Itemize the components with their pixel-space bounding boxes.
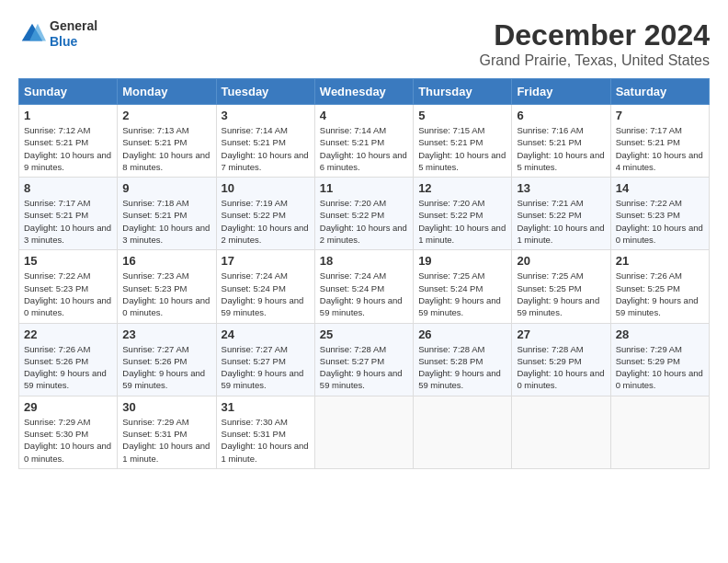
sunset-text: Sunset: 5:21 PM	[122, 137, 187, 147]
day-info: Sunrise: 7:16 AM Sunset: 5:21 PM Dayligh…	[517, 124, 605, 173]
calendar-cell: 25 Sunrise: 7:28 AM Sunset: 5:27 PM Dayl…	[314, 323, 413, 396]
day-number: 10	[222, 181, 310, 195]
day-number: 5	[418, 109, 506, 122]
sunrise-text: Sunrise: 7:28 AM	[418, 344, 484, 354]
sunset-text: Sunset: 5:24 PM	[418, 283, 483, 293]
daylight-text: Daylight: 10 hours and 0 minutes.	[616, 368, 703, 390]
daylight-text: Daylight: 10 hours and 1 minute.	[517, 223, 604, 245]
day-number: 11	[320, 181, 408, 195]
day-info: Sunrise: 7:27 AM Sunset: 5:27 PM Dayligh…	[222, 343, 310, 392]
daylight-text: Daylight: 9 hours and 59 minutes.	[517, 295, 599, 317]
day-number: 27	[517, 327, 605, 341]
day-number: 18	[320, 254, 408, 268]
daylight-text: Daylight: 10 hours and 2 minutes.	[320, 223, 407, 245]
sunrise-text: Sunrise: 7:12 AM	[24, 125, 90, 135]
calendar-cell: 3 Sunrise: 7:14 AM Sunset: 5:21 PM Dayli…	[216, 105, 314, 178]
calendar-cell: 27 Sunrise: 7:28 AM Sunset: 5:29 PM Dayl…	[512, 323, 610, 396]
daylight-text: Daylight: 10 hours and 6 minutes.	[320, 150, 407, 172]
sunrise-text: Sunrise: 7:24 AM	[222, 270, 288, 281]
sunrise-text: Sunrise: 7:22 AM	[616, 198, 682, 208]
daylight-text: Daylight: 10 hours and 4 minutes.	[616, 150, 703, 172]
day-info: Sunrise: 7:24 AM Sunset: 5:24 PM Dayligh…	[320, 270, 408, 318]
sunrise-text: Sunrise: 7:16 AM	[517, 125, 583, 135]
calendar-cell: 9 Sunrise: 7:18 AM Sunset: 5:21 PM Dayli…	[118, 178, 216, 250]
sunrise-text: Sunrise: 7:22 AM	[24, 270, 90, 281]
weekday-header: Wednesday	[314, 79, 413, 105]
day-info: Sunrise: 7:25 AM Sunset: 5:24 PM Dayligh…	[418, 270, 506, 318]
sunset-text: Sunset: 5:23 PM	[24, 283, 88, 293]
sunset-text: Sunset: 5:30 PM	[24, 429, 88, 439]
sunset-text: Sunset: 5:21 PM	[320, 137, 384, 147]
calendar-cell: 4 Sunrise: 7:14 AM Sunset: 5:21 PM Dayli…	[314, 105, 413, 178]
weekday-header: Monday	[118, 79, 216, 105]
day-number: 20	[517, 254, 605, 268]
sunset-text: Sunset: 5:31 PM	[222, 429, 286, 439]
day-info: Sunrise: 7:14 AM Sunset: 5:21 PM Dayligh…	[222, 124, 310, 173]
calendar-cell: 5 Sunrise: 7:15 AM Sunset: 5:21 PM Dayli…	[414, 105, 512, 178]
logo-blue: Blue	[50, 34, 97, 50]
sunrise-text: Sunrise: 7:17 AM	[24, 198, 90, 208]
daylight-text: Daylight: 9 hours and 59 minutes.	[122, 368, 205, 390]
day-number: 19	[418, 254, 506, 268]
calendar-cell: 18 Sunrise: 7:24 AM Sunset: 5:24 PM Dayl…	[314, 250, 413, 323]
sunset-text: Sunset: 5:29 PM	[517, 356, 581, 366]
day-number: 22	[24, 327, 112, 341]
sunset-text: Sunset: 5:21 PM	[616, 137, 680, 147]
calendar-week-row: 22 Sunrise: 7:26 AM Sunset: 5:26 PM Dayl…	[19, 323, 710, 396]
day-number: 4	[320, 109, 408, 122]
day-number: 16	[122, 254, 210, 268]
sunrise-text: Sunrise: 7:27 AM	[222, 344, 288, 354]
calendar-cell: 31 Sunrise: 7:30 AM Sunset: 5:31 PM Dayl…	[216, 396, 314, 468]
day-info: Sunrise: 7:28 AM Sunset: 5:28 PM Dayligh…	[418, 343, 506, 392]
daylight-text: Daylight: 10 hours and 0 minutes.	[24, 295, 111, 317]
sunrise-text: Sunrise: 7:15 AM	[418, 125, 484, 135]
sunset-text: Sunset: 5:24 PM	[320, 283, 384, 293]
day-info: Sunrise: 7:17 AM Sunset: 5:21 PM Dayligh…	[616, 124, 704, 173]
calendar-cell: 13 Sunrise: 7:21 AM Sunset: 5:22 PM Dayl…	[512, 178, 610, 250]
daylight-text: Daylight: 10 hours and 5 minutes.	[517, 150, 604, 172]
weekday-header: Saturday	[610, 79, 709, 105]
day-info: Sunrise: 7:29 AM Sunset: 5:30 PM Dayligh…	[24, 416, 112, 465]
sunrise-text: Sunrise: 7:28 AM	[517, 344, 583, 354]
day-info: Sunrise: 7:15 AM Sunset: 5:21 PM Dayligh…	[418, 124, 506, 173]
day-number: 29	[24, 400, 112, 414]
calendar-cell: 21 Sunrise: 7:26 AM Sunset: 5:25 PM Dayl…	[610, 250, 709, 323]
day-number: 31	[222, 400, 310, 414]
sunrise-text: Sunrise: 7:29 AM	[24, 417, 90, 427]
sunrise-text: Sunrise: 7:29 AM	[122, 417, 188, 427]
daylight-text: Daylight: 10 hours and 7 minutes.	[222, 150, 309, 172]
daylight-text: Daylight: 9 hours and 59 minutes.	[418, 295, 501, 317]
sunset-text: Sunset: 5:23 PM	[122, 283, 187, 293]
day-info: Sunrise: 7:21 AM Sunset: 5:22 PM Dayligh…	[517, 197, 605, 246]
day-info: Sunrise: 7:23 AM Sunset: 5:23 PM Dayligh…	[122, 270, 210, 318]
sunrise-text: Sunrise: 7:28 AM	[320, 344, 386, 354]
weekday-header: Friday	[512, 79, 610, 105]
day-number: 17	[222, 254, 310, 268]
sunset-text: Sunset: 5:24 PM	[222, 283, 286, 293]
sunrise-text: Sunrise: 7:17 AM	[616, 125, 682, 135]
daylight-text: Daylight: 10 hours and 8 minutes.	[122, 150, 210, 172]
calendar-cell	[414, 396, 512, 468]
day-number: 14	[616, 181, 704, 195]
day-info: Sunrise: 7:18 AM Sunset: 5:21 PM Dayligh…	[122, 197, 210, 246]
sunrise-text: Sunrise: 7:24 AM	[320, 270, 386, 281]
sunrise-text: Sunrise: 7:13 AM	[122, 125, 188, 135]
calendar-cell: 22 Sunrise: 7:26 AM Sunset: 5:26 PM Dayl…	[19, 323, 118, 396]
daylight-text: Daylight: 9 hours and 59 minutes.	[320, 368, 403, 390]
calendar-cell: 11 Sunrise: 7:20 AM Sunset: 5:22 PM Dayl…	[314, 178, 413, 250]
day-info: Sunrise: 7:28 AM Sunset: 5:29 PM Dayligh…	[517, 343, 605, 392]
calendar-week-row: 8 Sunrise: 7:17 AM Sunset: 5:21 PM Dayli…	[19, 178, 710, 250]
weekday-header: Sunday	[19, 79, 118, 105]
sunset-text: Sunset: 5:25 PM	[517, 283, 581, 293]
day-number: 9	[122, 181, 210, 195]
day-number: 12	[418, 181, 506, 195]
daylight-text: Daylight: 9 hours and 59 minutes.	[222, 295, 304, 317]
day-info: Sunrise: 7:26 AM Sunset: 5:25 PM Dayligh…	[616, 270, 704, 318]
day-number: 6	[517, 109, 605, 122]
title-area: December 2024 Grand Prairie, Texas, Unit…	[480, 18, 711, 69]
day-number: 8	[24, 181, 112, 195]
daylight-text: Daylight: 10 hours and 0 minutes.	[24, 441, 111, 463]
sunset-text: Sunset: 5:26 PM	[24, 356, 88, 366]
day-number: 26	[418, 327, 506, 341]
day-info: Sunrise: 7:29 AM Sunset: 5:29 PM Dayligh…	[616, 343, 704, 392]
